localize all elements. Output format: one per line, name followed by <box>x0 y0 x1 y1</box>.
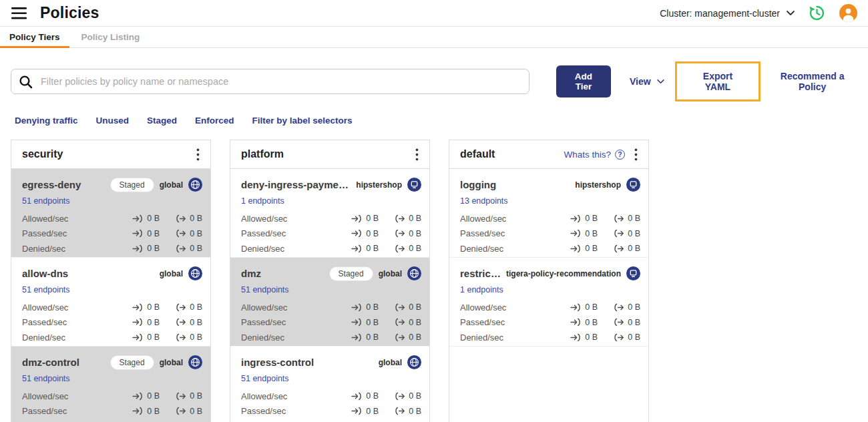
egress-icon <box>394 229 405 238</box>
metric-row: Denied/sec 0 B 0 B <box>22 241 202 256</box>
egress-value: 0 B <box>190 391 202 401</box>
endpoints-link[interactable]: 1 endpoints <box>460 285 503 294</box>
endpoints-link[interactable]: 51 endpoints <box>22 285 70 294</box>
endpoints-link[interactable]: 51 endpoints <box>241 374 289 383</box>
ingress-value: 0 B <box>585 318 598 327</box>
policy-card[interactable]: dmz-control Staged global 51 endpoints A… <box>11 347 210 422</box>
policy-card[interactable]: deny-ingress-paymentservi… hipstershop 1… <box>230 169 429 258</box>
quick-filters: Denying traffic Unused Staged Enforced F… <box>15 116 868 126</box>
metric-label: Passed/sec <box>241 228 337 238</box>
metric-label: Passed/sec <box>460 317 556 327</box>
export-yaml-button[interactable]: Export YAML <box>675 61 761 101</box>
staged-badge: Staged <box>329 266 373 281</box>
view-label: View <box>630 76 651 87</box>
policy-card[interactable]: logging hipstershop 13 endpoints Allowed… <box>449 169 648 258</box>
policy-card[interactable]: restricted tigera-policy-recommendation … <box>449 258 648 347</box>
metric-row: Passed/sec 0 B 0 B <box>22 226 202 242</box>
metric-label: Passed/sec <box>22 317 118 327</box>
tier-header: security <box>11 140 210 169</box>
policy-name[interactable]: dmz <box>241 268 324 279</box>
history-icon[interactable] <box>808 4 826 22</box>
metrics: Allowed/sec 0 B 0 B Passed/sec 0 B 0 B <box>22 389 202 422</box>
egress-icon <box>394 333 405 342</box>
metric-row: Passed/sec 0 B 0 B <box>460 226 640 242</box>
tier-cards: logging hipstershop 13 endpoints Allowed… <box>449 169 648 347</box>
metric-row: Denied/sec 0 B 0 B <box>460 330 640 345</box>
recommend-policy-button[interactable]: Recommend a Policy <box>767 71 857 92</box>
egress-icon <box>394 244 405 253</box>
egress-value: 0 B <box>628 302 640 312</box>
tab-policy-tiers[interactable]: Policy Tiers <box>0 27 69 47</box>
policy-card[interactable]: egress-deny Staged global 51 endpoints A… <box>11 169 210 258</box>
ingress-icon <box>132 392 144 401</box>
tier-header: default Whats this? ? <box>449 140 648 169</box>
namespace-scope-icon <box>626 178 640 192</box>
policy-card[interactable]: allow-dns global 51 endpoints Allowed/se… <box>11 258 210 347</box>
policy-filter-searchbox <box>11 69 529 94</box>
chevron-down-icon <box>787 11 795 16</box>
filter-denying-traffic[interactable]: Denying traffic <box>15 116 78 126</box>
ingress-icon <box>570 214 582 223</box>
endpoints-link[interactable]: 1 endpoints <box>241 196 284 206</box>
endpoints-link[interactable]: 13 endpoints <box>460 196 508 206</box>
cluster-selector[interactable]: Cluster: management-cluster <box>660 8 795 19</box>
user-avatar[interactable] <box>839 4 857 22</box>
filter-enforced[interactable]: Enforced <box>195 116 234 126</box>
egress-icon <box>394 303 405 312</box>
scope-label: global <box>160 358 183 367</box>
endpoints-link[interactable]: 51 endpoints <box>22 196 70 206</box>
policy-card[interactable]: ingress-control global 51 endpoints Allo… <box>230 347 429 422</box>
ingress-icon <box>132 214 144 223</box>
policy-name[interactable]: logging <box>460 179 570 190</box>
metric-row: Denied/sec 0 B 0 B <box>460 241 640 256</box>
ingress-value: 0 B <box>147 407 160 416</box>
egress-value: 0 B <box>628 333 640 342</box>
filter-staged[interactable]: Staged <box>147 116 177 126</box>
egress-value: 0 B <box>409 302 421 312</box>
endpoints-link[interactable]: 51 endpoints <box>22 374 70 383</box>
endpoints-link[interactable]: 51 endpoints <box>241 285 289 294</box>
filter-unused[interactable]: Unused <box>96 116 130 126</box>
policy-name[interactable]: egress-deny <box>22 179 105 190</box>
ingress-value: 0 B <box>585 229 598 238</box>
tier-title: default <box>460 148 495 160</box>
scope-label: hipstershop <box>575 180 621 190</box>
egress-icon <box>394 407 405 415</box>
search-icon <box>19 75 33 89</box>
policy-name[interactable]: allow-dns <box>22 268 154 279</box>
policy-name[interactable]: ingress-control <box>241 357 373 368</box>
view-dropdown-button[interactable]: View <box>630 76 664 87</box>
hamburger-menu-icon[interactable] <box>11 5 28 22</box>
egress-icon <box>175 407 186 415</box>
policy-name[interactable]: dmz-control <box>22 357 105 368</box>
kebab-menu-icon[interactable] <box>411 147 423 162</box>
policy-name[interactable]: restricted <box>460 268 501 279</box>
kebab-menu-icon[interactable] <box>192 147 204 162</box>
metric-label: Allowed/sec <box>241 302 337 312</box>
scope-label: tigera-policy-recommendation <box>506 269 621 278</box>
egress-icon <box>394 214 405 223</box>
ingress-value: 0 B <box>366 214 379 223</box>
metric-row: Allowed/sec 0 B 0 B <box>22 389 202 404</box>
tab-policy-listing[interactable]: Policy Listing <box>72 27 150 47</box>
add-tier-button[interactable]: Add Tier <box>556 65 611 97</box>
egress-value: 0 B <box>409 318 421 327</box>
search-input[interactable] <box>11 69 529 93</box>
ingress-value: 0 B <box>147 391 160 401</box>
ingress-icon <box>351 392 363 401</box>
filter-by-label-selectors[interactable]: Filter by label selectors <box>252 116 353 126</box>
policy-card[interactable]: dmz Staged global 51 endpoints Allowed/s… <box>230 258 429 347</box>
kebab-menu-icon[interactable] <box>630 147 642 162</box>
metric-label: Allowed/sec <box>460 302 556 312</box>
global-scope-icon <box>188 178 202 192</box>
metric-label: Allowed/sec <box>22 214 118 224</box>
ingress-value: 0 B <box>147 229 160 238</box>
namespace-scope-icon <box>626 266 640 280</box>
egress-value: 0 B <box>190 214 202 223</box>
policy-name[interactable]: deny-ingress-paymentservi… <box>241 179 351 190</box>
metric-row: Denied/sec 0 B 0 B <box>22 419 202 422</box>
metric-row: Allowed/sec 0 B 0 B <box>241 211 421 226</box>
metrics: Allowed/sec 0 B 0 B Passed/sec 0 B 0 B <box>460 211 640 256</box>
whats-this-link[interactable]: Whats this? ? <box>564 150 625 160</box>
global-scope-icon <box>407 266 421 280</box>
